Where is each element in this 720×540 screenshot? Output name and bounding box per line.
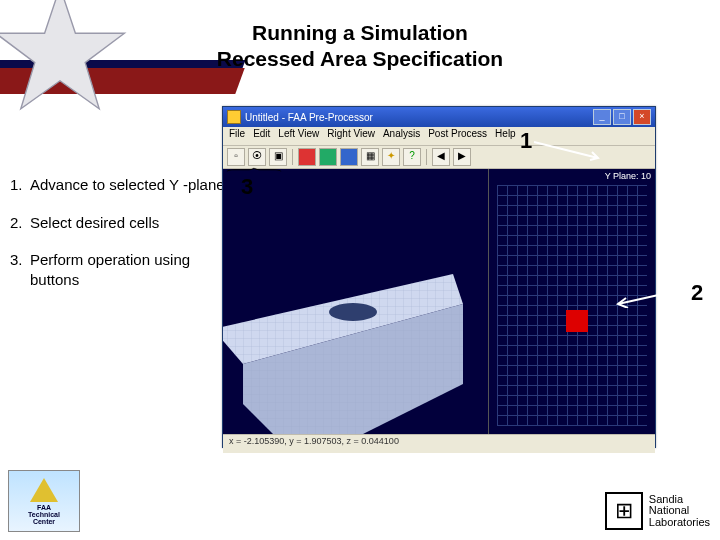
callout-2: 2 — [691, 280, 703, 306]
step-number: 3. — [10, 250, 30, 289]
title-line-1: Running a Simulation — [0, 20, 720, 46]
close-button[interactable]: × — [633, 109, 651, 125]
maximize-button[interactable]: □ — [613, 109, 631, 125]
instruction-3: 3. Perform operation using buttons — [10, 250, 230, 289]
svg-point-5 — [329, 303, 377, 321]
menu-left-view[interactable]: Left View — [278, 128, 319, 144]
step-text: Select desired cells — [30, 213, 159, 233]
minimize-button[interactable]: _ — [593, 109, 611, 125]
slide-title: Running a Simulation Recessed Area Speci… — [0, 20, 720, 72]
instruction-2: 2. Select desired cells — [10, 213, 230, 233]
status-bar: x = -2.105390, y = 1.907503, z = 0.04410… — [223, 434, 655, 453]
titlebar[interactable]: Untitled - FAA Pre-Processor _ □ × — [223, 107, 655, 127]
mesh-green-icon[interactable] — [319, 148, 337, 166]
svg-line-7 — [618, 288, 690, 304]
selected-cell[interactable] — [566, 310, 588, 332]
prev-plane-button[interactable]: ◀ — [432, 148, 450, 166]
yplane-label: Y Plane: 10 — [605, 171, 651, 181]
grid-icon[interactable]: ▦ — [361, 148, 379, 166]
mesh-red-icon[interactable] — [298, 148, 316, 166]
faa-text-1: FAA — [37, 504, 51, 511]
mesh-blue-icon[interactable] — [340, 148, 358, 166]
menu-right-view[interactable]: Right View — [327, 128, 375, 144]
toolbar-separator — [292, 149, 293, 165]
next-plane-button[interactable]: ▶ — [453, 148, 471, 166]
arrow-1-icon — [532, 138, 602, 162]
menu-file[interactable]: File — [229, 128, 245, 144]
sandia-logo: ⊞ Sandia National Laboratories — [605, 492, 710, 530]
menu-analysis[interactable]: Analysis — [383, 128, 420, 144]
brace-icon: ︷ — [225, 155, 288, 179]
callout-1: 1 — [520, 128, 532, 154]
step-number: 2. — [10, 213, 30, 233]
faa-text-2: Technical — [28, 511, 60, 518]
menu-help[interactable]: Help — [495, 128, 516, 144]
thunderbird-icon: ⊞ — [605, 492, 643, 530]
window-title: Untitled - FAA Pre-Processor — [245, 112, 373, 123]
toolbar-separator — [426, 149, 427, 165]
app-icon — [227, 110, 241, 124]
svg-line-6 — [534, 142, 598, 158]
lightning-icon[interactable]: ✦ — [382, 148, 400, 166]
view-3d[interactable] — [223, 169, 488, 434]
arrow-2-icon — [612, 282, 692, 308]
instruction-list: 1. Advance to selected Y -plane 2. Selec… — [10, 175, 230, 307]
mesh-wedge — [223, 234, 488, 434]
step-number: 1. — [10, 175, 30, 195]
view-area: Y Plane: 10 — [223, 169, 655, 434]
faa-text-3: Center — [33, 518, 55, 525]
triangle-icon — [30, 478, 58, 502]
callout-3: 3 — [241, 174, 253, 200]
menu-edit[interactable]: Edit — [253, 128, 270, 144]
menu-post-process[interactable]: Post Process — [428, 128, 487, 144]
step-text: Perform operation using buttons — [30, 250, 230, 289]
snl-text-3: Laboratories — [649, 517, 710, 529]
slide: Running a Simulation Recessed Area Speci… — [0, 0, 720, 540]
instruction-1: 1. Advance to selected Y -plane — [10, 175, 230, 195]
faa-logo: FAA Technical Center — [8, 470, 80, 532]
help-icon[interactable]: ? — [403, 148, 421, 166]
title-line-2: Recessed Area Specification — [0, 46, 720, 72]
step-text: Advance to selected Y -plane — [30, 175, 225, 195]
